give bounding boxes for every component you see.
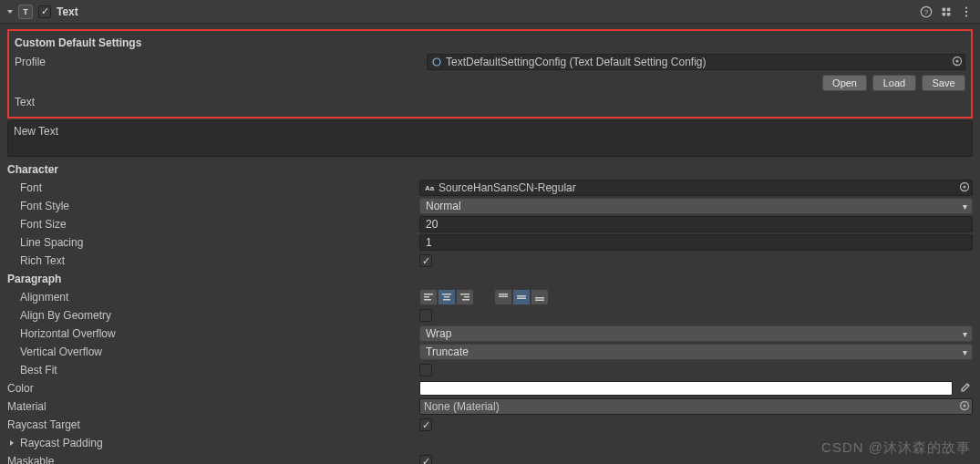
maskable-label: Maskable — [7, 452, 419, 464]
color-field[interactable] — [419, 381, 953, 396]
font-style-label: Font Style — [7, 197, 419, 215]
open-button[interactable]: Open — [822, 75, 867, 91]
font-style-value: Normal — [426, 200, 461, 212]
svg-point-30 — [964, 405, 966, 407]
svg-rect-4 — [943, 12, 946, 15]
foldout-icon[interactable] — [7, 438, 16, 448]
custom-default-settings-box: Custom Default Settings Profile TextDefa… — [7, 29, 973, 119]
align-bottom-button[interactable] — [531, 289, 549, 305]
align-center-button[interactable] — [438, 289, 456, 305]
save-button[interactable]: Save — [922, 75, 965, 91]
component-title: Text — [57, 5, 78, 18]
svg-rect-27 — [535, 297, 544, 299]
svg-rect-2 — [943, 7, 946, 11]
h-overflow-label: Horizontal Overflow — [7, 325, 419, 343]
help-icon[interactable]: ? — [918, 4, 934, 20]
rich-text-label: Rich Text — [7, 252, 419, 270]
profile-label: Profile — [15, 53, 427, 71]
component-body: Custom Default Settings Profile TextDefa… — [0, 24, 980, 464]
color-label: Color — [7, 379, 419, 397]
font-size-input[interactable]: 20 — [419, 216, 973, 232]
svg-rect-24 — [499, 296, 508, 298]
rich-text-checkbox[interactable] — [419, 254, 432, 267]
svg-rect-18 — [444, 296, 449, 298]
material-field[interactable]: None (Material) — [419, 398, 973, 415]
material-label: Material — [7, 397, 419, 416]
align-top-button[interactable] — [494, 289, 512, 305]
svg-rect-23 — [499, 294, 508, 295]
svg-rect-16 — [424, 299, 431, 301]
svg-rect-14 — [424, 294, 433, 295]
v-overflow-dropdown[interactable]: Truncate — [419, 344, 973, 360]
component-icon: T — [18, 5, 33, 19]
text-label: Text — [15, 93, 427, 111]
alignment-label: Alignment — [7, 288, 419, 306]
font-style-dropdown[interactable]: Normal — [419, 198, 973, 214]
maskable-checkbox[interactable] — [419, 455, 432, 464]
object-picker-icon[interactable] — [959, 400, 970, 411]
paragraph-section: Paragraph — [7, 270, 973, 288]
object-picker-icon[interactable] — [959, 181, 970, 192]
align-right-button[interactable] — [456, 289, 474, 305]
font-field[interactable]: Aa SourceHanSansCN-Regular — [419, 180, 973, 196]
preset-icon[interactable] — [938, 4, 954, 20]
svg-point-6 — [965, 6, 967, 8]
eyedropper-icon[interactable] — [956, 380, 973, 397]
align-by-geometry-checkbox[interactable] — [419, 309, 432, 322]
v-align-group — [494, 289, 549, 305]
font-size-label: Font Size — [7, 215, 419, 233]
svg-rect-15 — [424, 296, 429, 298]
material-value: None (Material) — [424, 400, 500, 413]
svg-point-8 — [965, 15, 967, 16]
kebab-menu-icon[interactable] — [958, 4, 975, 20]
svg-rect-19 — [443, 299, 450, 301]
align-middle-button[interactable] — [512, 289, 531, 305]
svg-rect-26 — [517, 298, 526, 300]
h-overflow-dropdown[interactable]: Wrap — [419, 325, 973, 342]
load-button[interactable]: Load — [872, 75, 916, 91]
profile-field[interactable]: TextDefaultSettingConfig (Text Default S… — [427, 54, 965, 70]
svg-point-7 — [965, 10, 967, 12]
text-input[interactable]: New Text — [7, 120, 973, 157]
raycast-target-checkbox[interactable] — [419, 418, 432, 431]
v-overflow-label: Vertical Overflow — [7, 343, 419, 361]
custom-section-title: Custom Default Settings — [15, 36, 965, 49]
svg-point-13 — [964, 186, 966, 189]
character-section: Character — [7, 160, 973, 179]
align-by-geometry-label: Align By Geometry — [7, 306, 419, 325]
font-value: SourceHanSansCN-Regular — [438, 181, 576, 194]
svg-rect-20 — [460, 294, 469, 295]
font-asset-icon: Aa — [424, 182, 435, 193]
best-fit-checkbox[interactable] — [419, 364, 432, 376]
line-spacing-label: Line Spacing — [7, 233, 419, 252]
line-spacing-input[interactable]: 1 — [419, 234, 973, 251]
profile-value: TextDefaultSettingConfig (Text Default S… — [446, 56, 706, 68]
svg-rect-21 — [464, 296, 469, 298]
align-left-button[interactable] — [419, 289, 438, 305]
raycast-target-label: Raycast Target — [7, 416, 419, 434]
svg-rect-25 — [517, 295, 526, 297]
svg-rect-22 — [462, 299, 469, 301]
svg-point-9 — [433, 58, 440, 66]
svg-rect-5 — [947, 12, 951, 15]
raycast-padding-label[interactable]: Raycast Padding — [7, 434, 419, 452]
svg-text:?: ? — [924, 7, 929, 15]
font-label: Font — [7, 179, 419, 197]
h-align-group — [419, 289, 474, 305]
component-header: T Text ? — [0, 0, 980, 24]
svg-point-11 — [956, 60, 959, 63]
scriptable-object-icon — [431, 57, 442, 67]
enable-checkbox[interactable] — [38, 5, 51, 18]
svg-rect-3 — [947, 7, 951, 11]
object-picker-icon[interactable] — [952, 56, 963, 67]
best-fit-label: Best Fit — [7, 361, 419, 379]
foldout-icon[interactable] — [5, 7, 15, 16]
svg-rect-28 — [535, 300, 544, 302]
svg-rect-17 — [442, 294, 451, 295]
